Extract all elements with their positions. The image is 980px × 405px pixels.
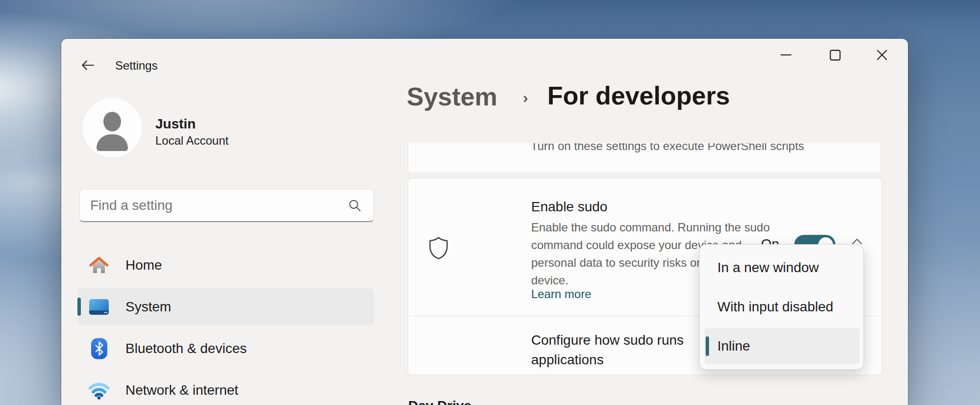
user-avatar[interactable] — [82, 98, 142, 158]
minimize-icon — [780, 49, 792, 61]
maximize-button[interactable] — [812, 39, 858, 71]
breadcrumb-parent[interactable]: System — [407, 82, 497, 111]
dropdown-item-inline[interactable]: Inline — [705, 328, 859, 364]
system-icon — [88, 295, 110, 319]
close-icon — [876, 49, 888, 61]
breadcrumb-separator-icon: › — [523, 89, 528, 107]
configure-sudo-row[interactable]: Configure how sudo runs applications — [531, 330, 684, 370]
user-name: Justin — [155, 116, 196, 132]
sidebar-item-label: Home — [125, 257, 162, 273]
maximize-icon — [829, 49, 841, 61]
search-icon[interactable] — [348, 199, 362, 212]
sudo-mode-dropdown-menu: In a new window With input disabled Inli… — [699, 244, 864, 370]
bluetooth-icon — [88, 337, 110, 360]
sidebar-item-label: Bluetooth & devices — [125, 341, 247, 356]
scroll-viewport-top: Turn on these settings to execute PowerS… — [408, 143, 883, 174]
dev-drive-section-heading: Dev Drive — [408, 398, 471, 405]
sidebar-item-label: System — [125, 299, 171, 315]
dropdown-item-new-window[interactable]: In a new window — [705, 250, 859, 286]
selection-accent-bar — [77, 298, 81, 316]
page-title: For developers — [547, 81, 730, 110]
sidebar-item-network[interactable]: Network & internet — [77, 372, 374, 405]
sidebar-item-bluetooth[interactable]: Bluetooth & devices — [77, 330, 374, 367]
user-account-type: Local Account — [155, 134, 228, 148]
home-icon — [88, 253, 110, 277]
powershell-card-description: Turn on these settings to execute PowerS… — [531, 143, 804, 153]
back-arrow-icon — [81, 59, 95, 71]
back-button[interactable] — [77, 55, 98, 75]
selection-accent-bar — [706, 336, 709, 356]
dropdown-item-input-disabled[interactable]: With input disabled — [705, 289, 859, 325]
minimize-button[interactable] — [763, 39, 808, 71]
sidebar-item-label: Network & internet — [125, 382, 238, 398]
learn-more-link[interactable]: Learn more — [531, 287, 591, 301]
search-input[interactable] — [79, 189, 374, 222]
close-button[interactable] — [859, 39, 905, 71]
window-title: Settings — [115, 59, 158, 73]
sidebar-item-system[interactable]: System — [77, 288, 374, 325]
shield-icon — [428, 236, 449, 260]
avatar-person-icon — [103, 112, 121, 131]
wifi-icon — [88, 379, 110, 402]
setting-title: Enable sudo — [531, 199, 608, 215]
powershell-card[interactable]: Turn on these settings to execute PowerS… — [408, 143, 881, 173]
settings-window: Settings Justin Local Account — [61, 39, 908, 405]
sidebar-item-home[interactable]: Home — [77, 247, 374, 283]
